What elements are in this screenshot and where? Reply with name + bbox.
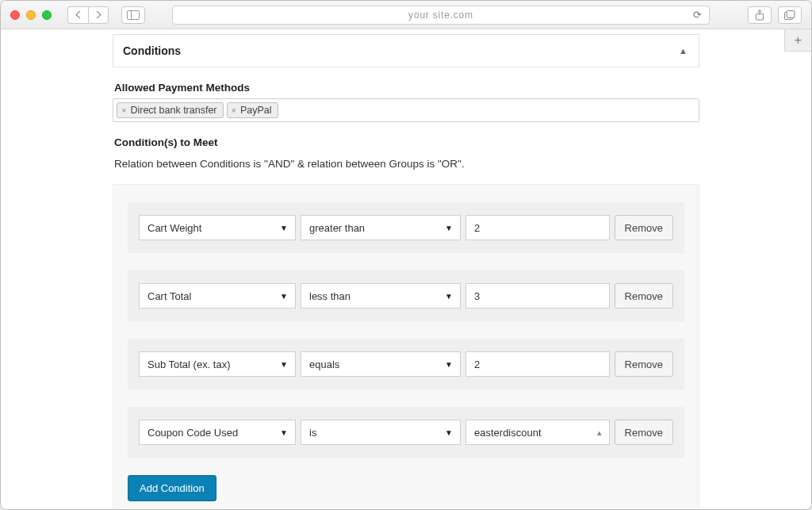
chevron-down-icon: ▼ [445,360,453,369]
chevron-right-icon [95,10,102,19]
select-value: Cart Weight [147,222,201,234]
toolbar-right [748,6,802,24]
condition-value-input[interactable]: 3 [465,283,610,309]
condition-operator-select[interactable]: greater than ▼ [301,215,461,240]
chevron-down-icon: ▼ [280,292,288,301]
condition-value-select[interactable]: easterdiscount ▴ [465,420,610,445]
allowed-methods-input[interactable]: × Direct bank transfer × PayPal [113,98,699,122]
condition-field-select[interactable]: Coupon Code Used ▼ [139,420,296,445]
condition-operator-select[interactable]: is ▼ [301,420,461,445]
condition-field-select[interactable]: Cart Weight ▼ [139,215,296,240]
share-icon [755,10,764,21]
sidebar-icon [127,10,140,20]
sidebar-button[interactable] [121,6,145,24]
minimize-window-button[interactable] [26,10,36,20]
button-label: Remove [625,427,663,439]
select-value: greater than [309,222,365,234]
condition-operator-select[interactable]: equals ▼ [301,351,461,377]
tabs-icon [784,10,795,20]
traffic-lights [10,10,52,20]
chevron-down-icon: ▼ [445,428,453,437]
select-value: easterdiscount [474,427,542,439]
condition-row: Cart Weight ▼ greater than ▼ 2 Remove [128,202,684,253]
tag-label: PayPal [240,105,272,116]
relation-note: Relation between Conditions is "AND" & r… [114,158,698,170]
condition-row: Coupon Code Used ▼ is ▼ easterdiscount ▴… [128,407,684,458]
condition-row: Cart Total ▼ less than ▼ 3 Remove [128,270,684,321]
collapse-icon[interactable]: ▲ [679,46,688,56]
remove-condition-button[interactable]: Remove [615,215,673,240]
condition-row: Sub Total (ex. tax) ▼ equals ▼ 2 Remove [128,339,684,389]
zoom-window-button[interactable] [42,10,52,20]
button-label: Remove [625,222,663,234]
chevron-up-icon: ▴ [597,428,602,438]
input-value: 3 [474,290,480,302]
settings-panel: Conditions ▲ Allowed Payment Methods × D… [113,29,699,509]
share-button[interactable] [748,6,772,24]
chevron-down-icon: ▼ [445,292,453,301]
tag-remove-icon[interactable]: × [232,105,236,115]
chevron-down-icon: ▼ [280,428,288,437]
page-content: Conditions ▲ Allowed Payment Methods × D… [1,29,811,509]
reload-icon[interactable]: ⟳ [693,9,703,21]
input-value: 2 [474,359,480,370]
add-condition-button[interactable]: Add Condition [128,475,216,501]
condition-operator-select[interactable]: less than ▼ [301,283,461,309]
select-value: equals [309,359,339,370]
new-tab-button[interactable]: + [784,29,811,52]
svg-rect-5 [787,10,795,17]
button-label: Add Condition [140,482,205,494]
tag-remove-icon[interactable]: × [121,105,126,115]
forward-button[interactable] [88,6,109,24]
select-value: Coupon Code Used [147,427,238,439]
tabs-button[interactable] [778,6,802,24]
button-label: Remove [625,290,663,302]
remove-condition-button[interactable]: Remove [615,283,673,309]
tag-label: Direct bank transfer [130,105,216,116]
input-value: 2 [474,222,480,234]
section-header[interactable]: Conditions ▲ [113,34,699,67]
section-title: Conditions [123,44,181,57]
button-label: Remove [625,359,663,370]
svg-rect-0 [128,10,140,19]
plus-icon: + [795,33,802,48]
allowed-methods-label: Allowed Payment Methods [114,82,698,94]
close-window-button[interactable] [10,10,20,20]
condition-field-select[interactable]: Cart Total ▼ [139,283,296,309]
select-value: Sub Total (ex. tax) [147,359,231,370]
nav-buttons [67,6,109,24]
remove-condition-button[interactable]: Remove [615,351,673,377]
chevron-down-icon: ▼ [445,224,453,232]
remove-condition-button[interactable]: Remove [615,420,673,445]
condition-value-input[interactable]: 2 [465,351,610,377]
payment-tag[interactable]: × Direct bank transfer [117,102,224,118]
select-value: is [309,427,316,439]
payment-tag[interactable]: × PayPal [227,102,278,118]
chevron-down-icon: ▼ [280,224,288,232]
url-text: your site.com [408,10,473,21]
back-button[interactable] [67,6,88,24]
conditions-to-meet-label: Condition(s) to Meet [114,136,698,148]
select-value: Cart Total [147,290,191,302]
chevron-down-icon: ▼ [280,360,288,369]
condition-field-select[interactable]: Sub Total (ex. tax) ▼ [139,351,296,377]
condition-value-input[interactable]: 2 [465,215,610,240]
select-value: less than [309,290,350,302]
titlebar: your site.com ⟳ [1,1,811,29]
url-bar[interactable]: your site.com ⟳ [172,6,710,25]
conditions-group: Cart Weight ▼ greater than ▼ 2 Remove [113,184,699,509]
browser-window: your site.com ⟳ + Con [0,0,812,510]
chevron-left-icon [75,10,82,19]
